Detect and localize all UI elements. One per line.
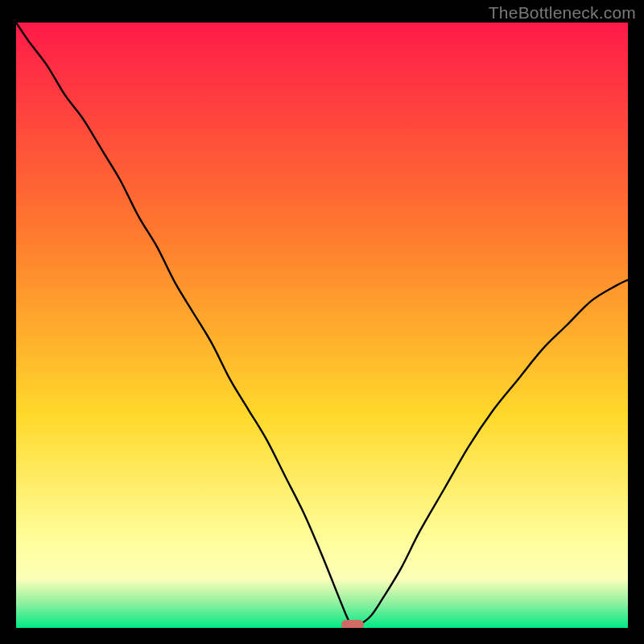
curve-path (16, 23, 628, 626)
optimal-marker (341, 620, 364, 628)
plot-area (16, 23, 628, 628)
watermark-text: TheBottleneck.com (489, 3, 636, 23)
bottleneck-curve (16, 23, 628, 628)
chart-frame: TheBottleneck.com (0, 0, 644, 644)
